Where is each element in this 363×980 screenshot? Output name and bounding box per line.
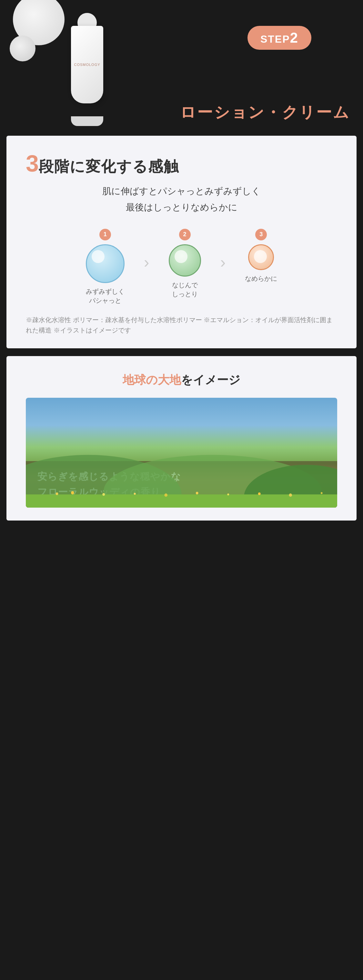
texture-subtitle: 肌に伸ばすとパシャっとみずみずしく 最後はしっとりなめらかに	[26, 183, 337, 216]
step-badge: STEP2	[247, 26, 311, 50]
svg-point-10	[227, 493, 229, 495]
nature-hills-svg	[26, 442, 337, 508]
molecule-illustration: 1 みずみずしくパシャっと › 2 なじんでしっとり › 3 なめらかに	[26, 229, 337, 305]
svg-point-13	[321, 492, 323, 494]
texture-number: 3	[26, 152, 39, 175]
step-number: 2	[290, 30, 298, 46]
stage-3-group: 3 なめらかに	[245, 229, 277, 305]
stage-2-badge: 2	[179, 229, 191, 240]
fragrance-heading: 地球の大地をイメージ	[26, 372, 337, 388]
texture-card-inner: 3 段階に変化する感触 肌に伸ばすとパシャっとみずみずしく 最後はしっとりなめら…	[6, 136, 357, 348]
arrow-1: ›	[144, 219, 149, 305]
stage-3-circle	[248, 244, 274, 270]
stage-1-label: みずみずしくパシャっと	[86, 287, 125, 305]
svg-point-11	[258, 492, 261, 495]
hero-section: COSMOLOGY STEP2 ローション・クリーム	[0, 0, 363, 136]
stage-1-circle	[86, 244, 125, 283]
step-text: STEP	[260, 33, 290, 45]
stage-2-label: なじんでしっとり	[172, 280, 198, 299]
svg-point-6	[102, 493, 105, 496]
svg-point-7	[134, 493, 136, 495]
arrow-2: ›	[220, 219, 226, 305]
svg-point-5	[71, 491, 74, 494]
subtitle-line2: 最後はしっとりなめらかに	[126, 202, 238, 212]
nature-image: 安らぎを感じるような穏やかな フローラルウッディの香り	[26, 398, 337, 508]
stage-1-badge: 1	[99, 229, 111, 240]
stage-3-label: なめらかに	[245, 274, 277, 283]
product-type-title: ローション・クリーム	[180, 102, 350, 123]
product-tube: COSMOLOGY	[61, 22, 113, 126]
subtitle-line1: 肌に伸ばすとパシャっとみずみずしく	[102, 186, 261, 196]
texture-footnote: ※疎水化水溶性 ポリマー：疎水基を付与した水溶性ポリマー ※エマルション：オイル…	[26, 315, 337, 336]
svg-point-9	[196, 492, 198, 494]
stage-2-circle	[169, 244, 201, 277]
tube-body: COSMOLOGY	[71, 26, 103, 103]
svg-point-8	[164, 493, 168, 496]
tube-brand-label: COSMOLOGY	[74, 63, 100, 67]
texture-card: 3 段階に変化する感触 肌に伸ばすとパシャっとみずみずしく 最後はしっとりなめら…	[6, 136, 357, 348]
svg-point-12	[289, 493, 292, 496]
texture-heading-text: 段階に変化する感触	[39, 157, 179, 177]
stage-3-badge: 3	[255, 229, 267, 240]
earphone-right	[10, 35, 35, 61]
product-title-area: ローション・クリーム	[180, 102, 350, 123]
fragrance-heading-highlight: 地球の大地	[123, 373, 181, 387]
page-wrapper: COSMOLOGY STEP2 ローション・クリーム 3 段階に変化する感触 肌…	[0, 0, 363, 541]
fragrance-card: 地球の大地をイメージ	[6, 356, 357, 520]
product-image-area: COSMOLOGY	[0, 0, 148, 136]
stage-2-group: 2 なじんでしっとり	[169, 229, 201, 305]
fragrance-heading-normal: をイメージ	[181, 373, 240, 387]
texture-heading-row: 3 段階に変化する感触	[26, 152, 337, 177]
fragrance-card-inner: 地球の大地をイメージ	[6, 356, 357, 520]
svg-point-4	[56, 492, 59, 495]
tube-bottom	[71, 116, 103, 126]
stage-1-group: 1 みずみずしくパシャっと	[86, 229, 125, 305]
